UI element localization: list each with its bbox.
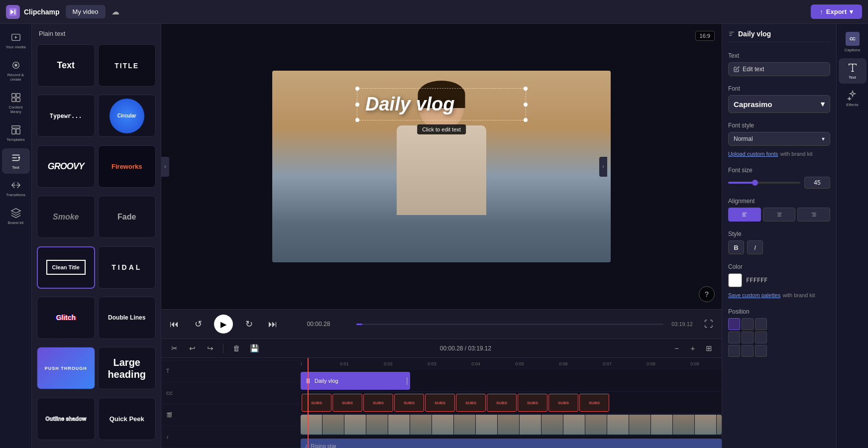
pos-mid-left[interactable]: [728, 332, 740, 343]
add-clip-button[interactable]: ✂: [167, 341, 181, 355]
font-style-dropdown[interactable]: Normal ▾: [728, 132, 830, 146]
clip-handle-right[interactable]: |: [406, 376, 408, 385]
align-right-button[interactable]: [797, 208, 830, 222]
template-outline-shadow[interactable]: Outline shadow: [37, 398, 95, 440]
delete-button[interactable]: 🗑: [229, 341, 243, 355]
subs-item-1[interactable]: SUBS: [302, 394, 331, 412]
font-selector-dropdown[interactable]: Caprasimo ▾: [728, 95, 830, 113]
pos-bot-left[interactable]: [728, 345, 740, 357]
skip-back-button[interactable]: ⏮: [166, 316, 182, 332]
align-left-button[interactable]: [728, 208, 761, 222]
zoom-in-button[interactable]: +: [686, 341, 700, 355]
save-button[interactable]: 💾: [247, 341, 261, 355]
corner-handle-bl[interactable]: [355, 118, 359, 122]
sidebar-item-transitions[interactable]: Transitions: [2, 176, 30, 202]
template-circular[interactable]: Circular: [98, 95, 156, 137]
preview-video[interactable]: Daily vlog Click to edit text: [272, 71, 611, 262]
pos-top-right[interactable]: [755, 318, 767, 330]
pos-top-left[interactable]: [728, 318, 740, 330]
undo-button[interactable]: ↩: [185, 341, 199, 355]
template-groovy[interactable]: GROOVY: [37, 145, 95, 188]
export-button[interactable]: ↑ Export ▾: [811, 4, 862, 19]
music-track-label: ♪: [161, 426, 301, 448]
align-center-button[interactable]: [763, 208, 796, 222]
progress-bar[interactable]: [356, 324, 663, 325]
video-track-clip[interactable]: [301, 415, 722, 435]
slider-thumb[interactable]: [752, 180, 758, 186]
help-button[interactable]: ?: [699, 286, 715, 302]
template-smoke[interactable]: Smoke: [37, 196, 95, 238]
template-large-heading[interactable]: Large heading: [98, 347, 156, 389]
app-logo[interactable]: Clipchamp: [6, 5, 60, 19]
template-fireworks[interactable]: Fireworks: [98, 145, 156, 188]
pos-bot-right[interactable]: [755, 345, 767, 357]
sidebar-item-your-media[interactable]: Your media: [2, 28, 30, 54]
style-label: Style: [728, 230, 830, 237]
subs-item-7[interactable]: SUBS: [487, 394, 517, 412]
font-size-input[interactable]: [804, 177, 830, 189]
collapse-right-button[interactable]: ›: [599, 157, 607, 177]
collapse-left-button[interactable]: ‹: [161, 157, 169, 177]
far-right-captions[interactable]: CC Captions: [839, 28, 867, 56]
zoom-out-button[interactable]: −: [670, 341, 684, 355]
sidebar-item-brand-kit[interactable]: Brand kit: [2, 204, 30, 229]
far-right-effects[interactable]: Effects: [839, 86, 867, 111]
subs-item-6[interactable]: SUBS: [456, 394, 486, 412]
sidebar-item-record-create[interactable]: Record & create: [2, 56, 30, 86]
tracks-scroll[interactable]: 0 0:01 0:02 0:03 0:04 0:05 0:06 0:07 0:0…: [301, 358, 722, 448]
corner-handle-mr[interactable]: [524, 103, 528, 107]
text-selection-box[interactable]: Daily vlog: [357, 88, 526, 120]
italic-button[interactable]: I: [747, 240, 763, 254]
fullscreen-button[interactable]: ⛶: [701, 316, 717, 332]
music-clip[interactable]: ♪ Rising star: [301, 439, 722, 448]
corner-handle-tr[interactable]: [524, 87, 528, 91]
template-typewriter[interactable]: Typewr...: [37, 95, 95, 137]
subs-item-10[interactable]: SUBS: [579, 394, 609, 412]
edit-text-button[interactable]: Edit text: [728, 62, 830, 76]
forward-button[interactable]: ↻: [241, 316, 257, 332]
fit-button[interactable]: ⊞: [702, 341, 716, 355]
text-track-label: T: [161, 360, 301, 382]
template-push-through[interactable]: PUSH THROUGH: [37, 347, 95, 389]
template-clean-title[interactable]: Clean Title: [37, 246, 95, 289]
pos-mid-center[interactable]: [742, 332, 754, 343]
save-palettes-link[interactable]: Save custom palettes: [728, 292, 780, 298]
subs-item-3[interactable]: SUBS: [363, 394, 393, 412]
template-fade[interactable]: Fade: [98, 196, 156, 238]
color-swatch[interactable]: [728, 273, 742, 287]
font-size-slider[interactable]: [728, 182, 800, 184]
custom-fonts-link[interactable]: Upload custom fonts: [728, 151, 778, 157]
template-tidal[interactable]: TIDAL: [98, 246, 156, 289]
playhead[interactable]: [308, 358, 309, 448]
subs-item-8[interactable]: SUBS: [518, 394, 547, 412]
sidebar-item-templates[interactable]: Templates: [2, 120, 30, 146]
video-tab[interactable]: My video: [66, 5, 106, 18]
pos-mid-right[interactable]: [755, 332, 767, 343]
text-clip[interactable]: ⏸ Daily vlog |: [301, 372, 410, 390]
far-right-text[interactable]: Text: [839, 58, 867, 84]
template-double-lines[interactable]: Double Lines: [98, 297, 156, 339]
overlay-text[interactable]: Daily vlog: [365, 94, 518, 115]
bold-button[interactable]: B: [728, 240, 744, 254]
pos-bot-center[interactable]: [742, 345, 754, 357]
template-title[interactable]: Title: [98, 44, 156, 87]
corner-handle-br[interactable]: [524, 118, 528, 122]
subs-item-4[interactable]: SUBS: [394, 394, 424, 412]
subs-item-5[interactable]: SUBS: [425, 394, 455, 412]
subs-item-9[interactable]: SUBS: [548, 394, 578, 412]
corner-handle-ml[interactable]: [355, 103, 359, 107]
skip-forward-button[interactable]: ⏭: [265, 316, 281, 332]
pos-top-center[interactable]: [742, 318, 754, 330]
position-label: Position: [728, 308, 830, 315]
corner-handle-tl[interactable]: [355, 87, 359, 91]
rewind-button[interactable]: ↺: [190, 316, 206, 332]
sidebar-item-content-library[interactable]: Content library: [2, 88, 30, 118]
template-text[interactable]: Text: [37, 44, 95, 87]
video-frame-15: [607, 415, 629, 435]
template-glitch[interactable]: Glitch: [37, 297, 95, 339]
subs-item-2[interactable]: SUBS: [332, 394, 362, 412]
redo-button[interactable]: ↪: [203, 341, 217, 355]
template-quick-peek[interactable]: Quick Peek: [98, 398, 156, 440]
sidebar-item-text[interactable]: Text: [2, 148, 30, 174]
play-button[interactable]: ▶: [214, 315, 233, 334]
